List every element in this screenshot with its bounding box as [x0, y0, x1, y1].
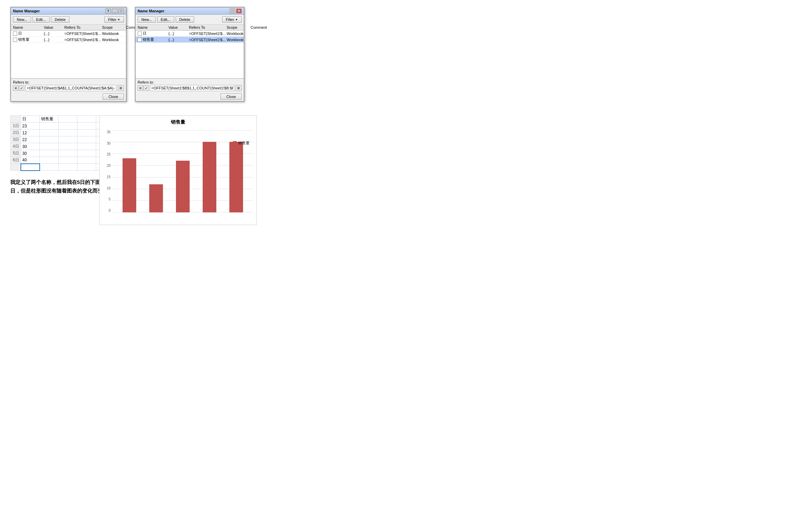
- d2-row2-icon: [138, 38, 142, 42]
- dialog2-title: Name Manager: [138, 9, 164, 13]
- cell-1-c: [59, 123, 77, 130]
- dialog2-edit-btn[interactable]: Edit...: [157, 16, 174, 23]
- y-label-30: 30: [107, 141, 111, 145]
- chart-plot-area: 销售量: [113, 130, 253, 212]
- name-manager-dialog-2: Name Manager □ ✕ New... Edit... Delete F…: [135, 7, 244, 102]
- cell-5-d: [77, 150, 96, 157]
- dialog1-filter-btn[interactable]: Filter ▼: [104, 16, 124, 23]
- dialog1-expand-btn[interactable]: ⊞: [118, 85, 124, 91]
- cell-c-header: [59, 116, 77, 123]
- d2-row1-value: {...}: [168, 32, 189, 36]
- cancel-formula-btn[interactable]: ✕: [13, 85, 18, 91]
- dialog1-help-btn[interactable]: ?: [105, 9, 111, 13]
- dialog1-delete-btn[interactable]: Delete: [51, 16, 69, 23]
- cell-6-d: [77, 157, 96, 164]
- y-label-10: 10: [107, 186, 111, 190]
- table-row[interactable]: 销售量 {...} =OFFSET(Sheet1!$... Workbook: [136, 37, 244, 43]
- confirm-formula-btn[interactable]: ✓: [19, 85, 24, 91]
- dialog1-formula-icons: ✕ ✓: [13, 85, 24, 91]
- dialog2-refers-label: Refers to:: [138, 80, 242, 84]
- cell-2-b[interactable]: [40, 130, 59, 136]
- chart-title: 销售量: [103, 119, 253, 125]
- cell-7-d: [77, 164, 96, 171]
- dialog1-minimize-btn[interactable]: _: [112, 9, 117, 13]
- dialog2-close-row: Close: [136, 92, 244, 101]
- cell-7-b[interactable]: [40, 164, 59, 171]
- cell-1-23[interactable]: 23: [21, 123, 40, 130]
- cell-7-c: [59, 164, 77, 171]
- cell-4-c: [59, 143, 77, 150]
- dialog2-close-title-btn[interactable]: ✕: [236, 9, 242, 13]
- d2-col-value: Value: [168, 25, 189, 29]
- bar-4: [203, 142, 216, 212]
- filter-dropdown-arrow: ▼: [117, 18, 120, 21]
- row1-scope: Workbook: [102, 32, 126, 36]
- table-row[interactable]: 销售量 {...} =OFFSET(Sheet1!$... Workbook: [11, 37, 126, 43]
- row-header: [11, 116, 21, 123]
- cell-3-d: [77, 136, 96, 143]
- row1-value: {...}: [44, 32, 64, 36]
- dialog2-restore-btn[interactable]: □: [230, 9, 235, 13]
- row2-refersTo: =OFFSET(Sheet1!$...: [64, 38, 102, 42]
- dialog1-close-btn[interactable]: Close: [103, 94, 124, 100]
- cell-2-d: [77, 130, 96, 136]
- table-row[interactable]: 日 {...} =OFFSET(Sheet1!$... Workbook: [136, 30, 244, 37]
- row2-name: 销售量: [13, 37, 44, 42]
- cell-6-c: [59, 157, 77, 164]
- cell-1-b[interactable]: [40, 123, 59, 130]
- cell-3-c: [59, 136, 77, 143]
- row-header-4: 4日: [11, 143, 21, 150]
- cell-5-30[interactable]: 30: [21, 150, 40, 157]
- cell-6-b[interactable]: [40, 157, 59, 164]
- dialog2-refers-input[interactable]: [150, 85, 234, 91]
- dialog2-filter-btn[interactable]: Filter ▼: [222, 16, 242, 23]
- cell-header-销售量[interactable]: 销售量: [40, 116, 59, 123]
- dialog2-close-btn[interactable]: Close: [220, 94, 242, 100]
- bar-1: [123, 158, 136, 212]
- dialog1-edit-btn[interactable]: Edit...: [33, 16, 50, 23]
- row2-value: {...}: [44, 38, 64, 42]
- row1-name: 日: [13, 31, 44, 36]
- cell-4-d: [77, 143, 96, 150]
- bar-3: [176, 161, 190, 212]
- cell-4-30[interactable]: 30: [21, 143, 40, 150]
- cell-3-b[interactable]: [40, 136, 59, 143]
- dialog2-refers-section: Refers to: ✕ ✓ ⊞: [136, 78, 244, 92]
- d2-row1-scope: Workbook: [227, 32, 251, 36]
- y-label-35: 35: [107, 130, 111, 134]
- row-header-7: [11, 164, 21, 171]
- d2-row2-name: 销售量: [138, 37, 168, 42]
- dialog1-grid-header: Name Value Refers To Scope Comment: [11, 25, 126, 30]
- dialog1-close-row: Close: [11, 92, 126, 101]
- dialog2-toolbar: New... Edit... Delete Filter ▼: [136, 15, 244, 25]
- cell-6-40[interactable]: 40: [21, 157, 40, 164]
- dialog2-new-btn[interactable]: New...: [138, 16, 156, 23]
- dialog2-expand-btn[interactable]: ⊞: [236, 85, 242, 91]
- dialog1-new-btn[interactable]: New...: [13, 16, 31, 23]
- d2-row2-value: {...}: [168, 38, 189, 42]
- cell-2-12[interactable]: 12: [21, 130, 40, 136]
- row-header-5: 5日: [11, 150, 21, 157]
- cell-5-b[interactable]: [40, 150, 59, 157]
- y-label-0: 0: [109, 209, 111, 212]
- row-header-3: 3日: [11, 136, 21, 143]
- d2-col-name: Name: [138, 25, 168, 29]
- dialog1-titlebar: Name Manager ? _ □: [11, 8, 126, 15]
- cell-4-b[interactable]: [40, 143, 59, 150]
- table-row[interactable]: 日 {...} =OFFSET(Sheet1!$... Workbook: [11, 30, 126, 37]
- cell-3-22[interactable]: 22: [21, 136, 40, 143]
- cell-5-c: [59, 150, 77, 157]
- cell-1-d: [77, 123, 96, 130]
- d2-cancel-formula-btn[interactable]: ✕: [138, 85, 143, 91]
- filter2-dropdown-arrow: ▼: [235, 18, 238, 21]
- chart-yaxis: 35 30 25 20 15 10 5 0: [103, 130, 113, 212]
- cell-header-日[interactable]: 日: [21, 116, 40, 123]
- dialog1-title-controls: ? _ □: [105, 9, 124, 13]
- d2-confirm-formula-btn[interactable]: ✓: [143, 85, 149, 91]
- dialog2-delete-btn[interactable]: Delete: [176, 16, 194, 23]
- row2-scope: Workbook: [102, 38, 126, 42]
- dialog1-restore-btn[interactable]: □: [118, 9, 124, 13]
- selected-cell[interactable]: [21, 164, 40, 171]
- d2-col-refers: Refers To: [189, 25, 227, 29]
- dialog1-refers-input[interactable]: [25, 85, 117, 91]
